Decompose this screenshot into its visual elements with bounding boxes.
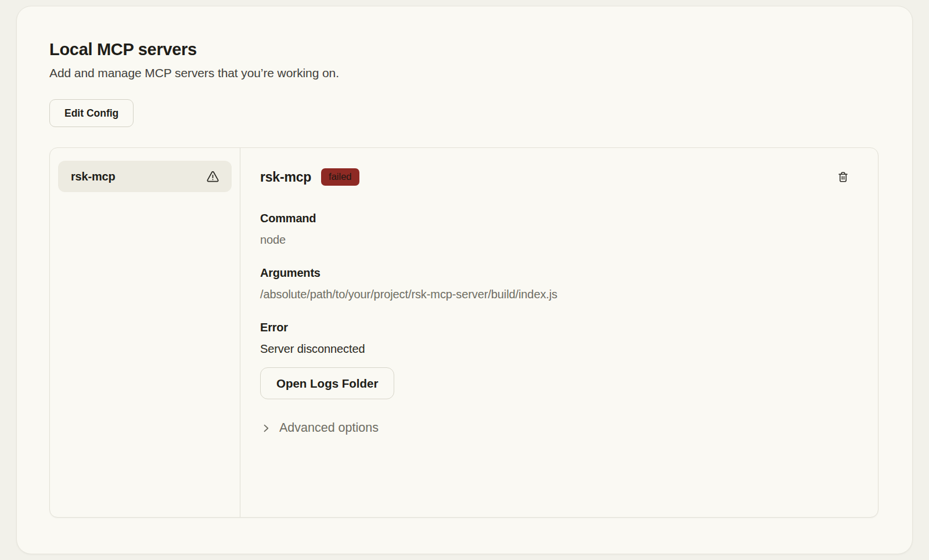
- chevron-right-icon: [260, 422, 272, 434]
- page-title: Local MCP servers: [49, 40, 880, 59]
- advanced-options-label: Advanced options: [279, 421, 379, 435]
- arguments-field: Arguments /absolute/path/to/your/project…: [260, 266, 858, 301]
- server-detail-panel: rsk-mcp failed Command node Argum: [240, 148, 878, 517]
- command-field: Command node: [260, 212, 858, 247]
- mcp-server-card: rsk-mcp rsk-mcp failed: [49, 147, 878, 518]
- sidebar-item-label: rsk-mcp: [71, 170, 115, 183]
- status-badge: failed: [321, 168, 359, 186]
- advanced-options-toggle[interactable]: Advanced options: [260, 421, 379, 435]
- error-field: Error Server disconnected: [260, 321, 858, 356]
- delete-server-button[interactable]: [836, 170, 850, 184]
- server-name: rsk-mcp: [260, 169, 311, 185]
- error-value: Server disconnected: [260, 342, 858, 356]
- arguments-value: /absolute/path/to/your/project/rsk-mcp-s…: [260, 288, 858, 301]
- command-value: node: [260, 233, 858, 247]
- edit-config-button[interactable]: Edit Config: [49, 99, 134, 127]
- error-label: Error: [260, 321, 858, 334]
- trash-icon: [836, 170, 850, 184]
- sidebar-item-rsk-mcp[interactable]: rsk-mcp: [58, 161, 232, 192]
- warning-triangle-icon: [206, 169, 220, 184]
- settings-panel: Local MCP servers Add and manage MCP ser…: [16, 6, 913, 554]
- arguments-label: Arguments: [260, 266, 858, 280]
- server-detail-header: rsk-mcp failed: [260, 167, 858, 187]
- page-subtitle: Add and manage MCP servers that you’re w…: [49, 66, 880, 80]
- command-label: Command: [260, 212, 858, 225]
- server-list-sidebar: rsk-mcp: [50, 148, 240, 517]
- open-logs-folder-button[interactable]: Open Logs Folder: [260, 367, 394, 399]
